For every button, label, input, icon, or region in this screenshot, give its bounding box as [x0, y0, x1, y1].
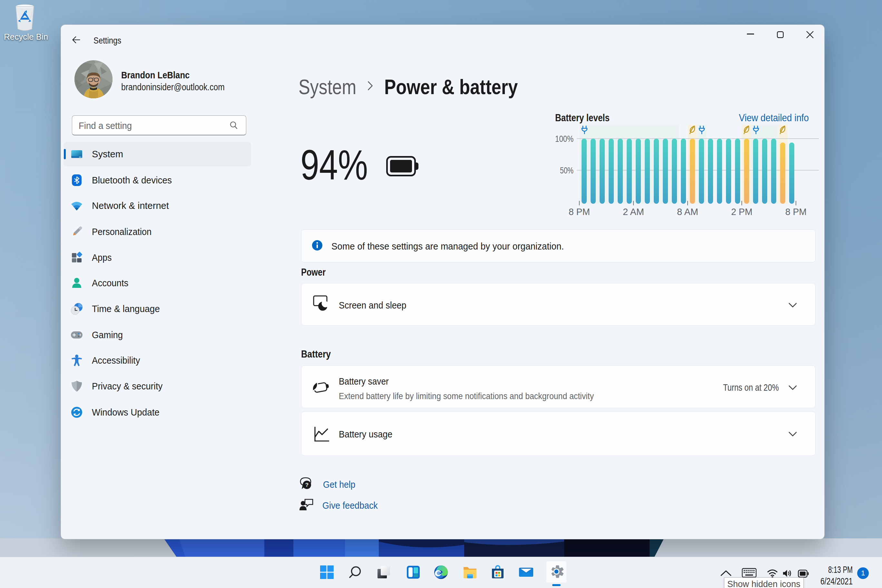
svg-text:8 AM: 8 AM: [677, 206, 698, 217]
svg-text:View detailed info: View detailed info: [739, 112, 809, 123]
svg-text:100%: 100%: [555, 134, 573, 144]
svg-text:Battery levels: Battery levels: [555, 112, 610, 123]
svg-text:?: ?: [305, 482, 309, 488]
svg-text:50%: 50%: [560, 165, 573, 176]
svg-text:8 PM: 8 PM: [785, 206, 807, 217]
svg-text:2 AM: 2 AM: [623, 206, 644, 217]
svg-text:8 PM: 8 PM: [568, 206, 590, 217]
svg-text:2 PM: 2 PM: [731, 206, 752, 217]
